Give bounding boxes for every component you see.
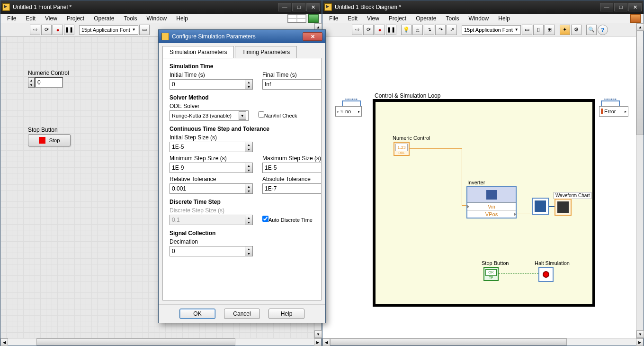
help-button[interactable]: Help — [268, 309, 304, 319]
pause-button[interactable]: ❚❚ — [64, 25, 74, 35]
spinner[interactable]: ▲▼ — [245, 183, 253, 194]
abort-button[interactable]: ● — [375, 25, 385, 35]
menu-view[interactable]: View — [363, 14, 383, 23]
cleanup2-button[interactable]: ⚙ — [571, 25, 581, 35]
inverter-node[interactable]: Vin VPos — [466, 186, 517, 219]
tab-simulation-parameters[interactable]: Simulation Parameters — [162, 46, 234, 58]
naninf-checkbox[interactable]: Nan/Inf Check — [258, 111, 314, 119]
stop-button[interactable]: Stop — [28, 134, 71, 146]
run-continuous-button[interactable]: ⟳ — [41, 25, 52, 35]
reorder-button[interactable]: ⊞ — [545, 25, 555, 35]
menu-operate[interactable]: Operate — [90, 14, 118, 23]
loop-input-probe[interactable]: ▸ ?!no▸ — [335, 106, 362, 117]
waveform-chart-node[interactable] — [555, 199, 572, 216]
block-diagram-titlebar[interactable]: Untitled 1 Block Diagram * — □ ✕ — [322, 0, 644, 14]
spinner[interactable]: ▲▼ — [245, 163, 253, 173]
maximize-button[interactable]: □ — [614, 3, 627, 11]
menu-file[interactable]: File — [3, 14, 20, 23]
run-button[interactable]: ⇨ — [352, 25, 362, 35]
menu-window[interactable]: Window — [143, 14, 171, 23]
simulation-loop[interactable]: Numeric Control 1.23 DBL Inverter Vin VP… — [373, 99, 595, 307]
retain-wire-button[interactable]: ⎌ — [412, 25, 423, 35]
inverter-vin-port[interactable]: Vin — [467, 202, 516, 210]
font-selector[interactable]: 15pt Application Font▼ — [79, 25, 138, 35]
stop-terminal[interactable]: OK TF — [483, 267, 499, 281]
menu-operate[interactable]: Operate — [412, 14, 440, 23]
inverter-vpos-port[interactable]: VPos — [467, 210, 516, 218]
vi-icon[interactable] — [308, 14, 319, 23]
step-over-button[interactable]: ↷ — [435, 25, 446, 35]
scroll-down-icon[interactable]: ▼ — [314, 330, 322, 338]
dialog-titlebar[interactable]: Configure Simulation Parameters ✕ — [159, 30, 325, 43]
initial-step-input[interactable] — [170, 142, 245, 152]
maximize-button[interactable]: □ — [292, 3, 305, 11]
help-button[interactable]: ? — [598, 25, 608, 35]
step-into-button[interactable]: ↴ — [424, 25, 434, 35]
rel-tol-input[interactable] — [170, 183, 245, 194]
loop-output-probe[interactable]: Error▸ — [599, 106, 628, 117]
scroll-left-icon[interactable]: ◀ — [322, 338, 330, 346]
highlight-exec-button[interactable]: 💡 — [401, 25, 411, 35]
v-scrollbar[interactable]: ▲▼ — [636, 23, 644, 338]
halt-simulation-node[interactable] — [538, 267, 554, 282]
menu-help[interactable]: Help — [494, 14, 514, 23]
simtime-chart-node[interactable] — [532, 198, 549, 215]
scroll-left-icon[interactable]: ◀ — [0, 338, 8, 346]
scroll-up-icon[interactable]: ▲ — [636, 23, 644, 31]
h-scrollbar[interactable]: ◀▶ — [0, 338, 322, 346]
menu-project[interactable]: Project — [385, 14, 410, 23]
ok-button[interactable]: OK — [179, 309, 215, 319]
ode-solver-select[interactable]: Runge-Kutta 23 (variable)▼ — [170, 110, 249, 121]
font-selector[interactable]: 15pt Application Font▼ — [462, 25, 521, 35]
align-button[interactable]: ▭ — [522, 25, 532, 35]
block-diagram-canvas[interactable]: Control & Simulation Loop ⊶⊶⊶ ▸ ?!no▸ Nu… — [322, 36, 644, 338]
minimize-button[interactable]: — — [600, 3, 613, 11]
tab-timing-parameters[interactable]: Timing Parameters — [235, 46, 297, 58]
pause-button[interactable]: ❚❚ — [386, 25, 396, 35]
scroll-down-icon[interactable]: ▼ — [636, 330, 644, 338]
final-time-input[interactable] — [262, 79, 322, 90]
cleanup-button[interactable]: ✦ — [560, 25, 570, 35]
scroll-right-icon[interactable]: ▶ — [314, 338, 322, 346]
auto-discrete-checkbox[interactable]: Auto Discrete Time — [262, 216, 314, 223]
abort-button[interactable]: ● — [53, 25, 63, 35]
numeric-control[interactable]: ▲▼ — [28, 77, 63, 88]
spin-down-icon[interactable]: ▼ — [28, 82, 34, 87]
min-step-input[interactable] — [170, 163, 245, 173]
initial-time-input[interactable] — [170, 79, 245, 90]
step-out-button[interactable]: ↗ — [447, 25, 457, 35]
abs-tol-input[interactable] — [262, 183, 322, 194]
menu-edit[interactable]: Edit — [22, 14, 39, 23]
distribute-button[interactable]: ▯ — [533, 25, 544, 35]
align-button[interactable]: ▭ — [139, 25, 150, 35]
numeric-spinner[interactable]: ▲▼ — [28, 77, 35, 88]
menu-tools[interactable]: Tools — [120, 14, 141, 23]
front-panel-titlebar[interactable]: Untitled 1 Front Panel * — □ ✕ — [0, 0, 322, 14]
spin-up-icon[interactable]: ▲ — [28, 78, 34, 82]
dialog-close-button[interactable]: ✕ — [303, 32, 322, 41]
grid-icon[interactable] — [287, 14, 306, 23]
spinner[interactable]: ▲▼ — [245, 246, 253, 256]
close-button[interactable]: ✕ — [306, 3, 320, 11]
vi-icon[interactable] — [630, 14, 641, 23]
menu-tools[interactable]: Tools — [442, 14, 463, 23]
decimation-input[interactable] — [170, 246, 245, 256]
run-continuous-button[interactable]: ⟳ — [363, 25, 374, 35]
numeric-input[interactable] — [35, 77, 63, 88]
spinner[interactable]: ▲▼ — [245, 79, 253, 90]
max-step-input[interactable] — [262, 163, 322, 173]
menu-file[interactable]: File — [325, 14, 342, 23]
menu-window[interactable]: Window — [465, 14, 493, 23]
search-button[interactable]: 🔍 — [586, 25, 597, 35]
numeric-terminal[interactable]: 1.23 DBL — [394, 142, 410, 156]
cancel-button[interactable]: Cancel — [224, 309, 260, 319]
run-button[interactable]: ⇨ — [30, 25, 40, 35]
h-scrollbar[interactable]: ◀▶ — [322, 338, 644, 346]
menu-view[interactable]: View — [41, 14, 61, 23]
scroll-right-icon[interactable]: ▶ — [636, 338, 644, 346]
menu-help[interactable]: Help — [172, 14, 192, 23]
close-button[interactable]: ✕ — [628, 3, 642, 11]
spinner[interactable]: ▲▼ — [245, 142, 253, 152]
menu-project[interactable]: Project — [63, 14, 88, 23]
menu-edit[interactable]: Edit — [344, 14, 361, 23]
